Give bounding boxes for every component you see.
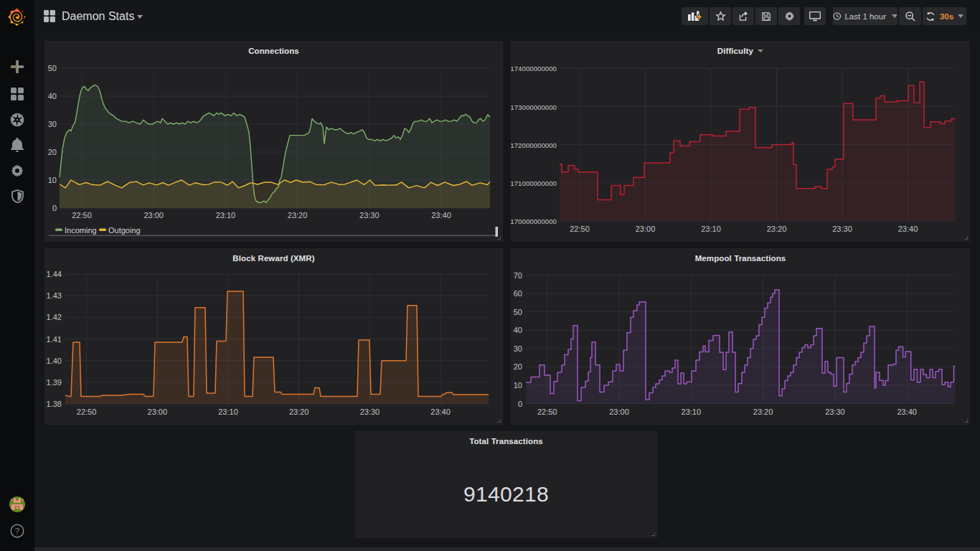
svg-text:?: ?: [15, 527, 19, 535]
